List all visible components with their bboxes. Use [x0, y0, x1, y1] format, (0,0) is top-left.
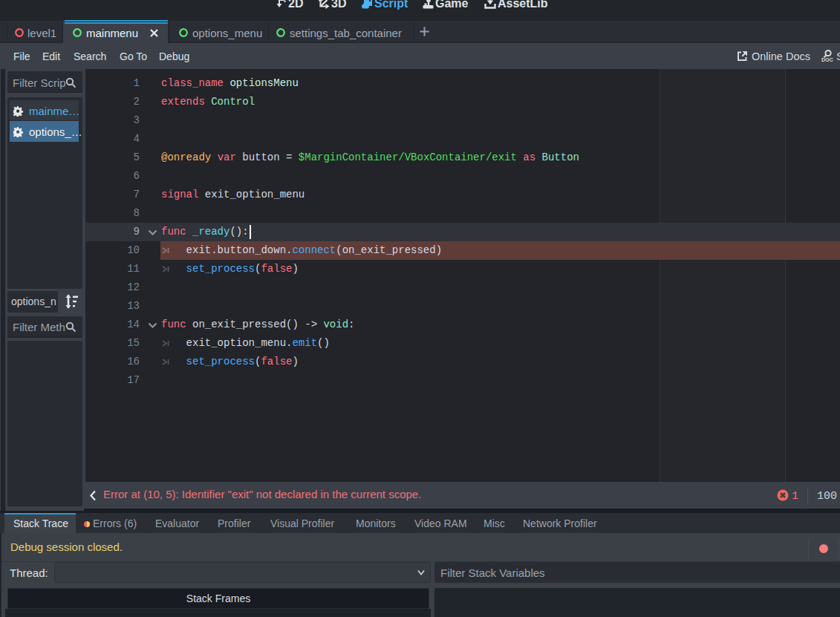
svg-text:DOC: DOC — [821, 57, 833, 62]
